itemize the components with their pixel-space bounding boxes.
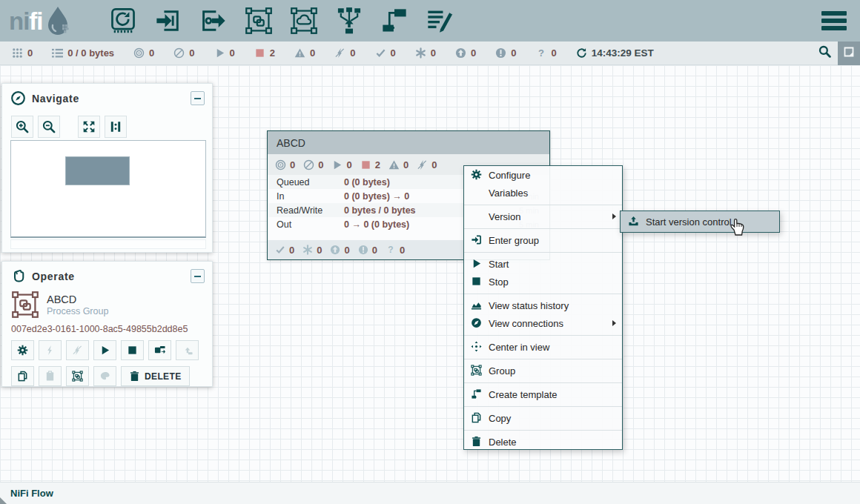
stopped-icon: [360, 159, 371, 170]
operate-selection: ABCD Process Group: [2, 288, 212, 319]
stale-status: 0: [455, 47, 476, 59]
sign-in-icon: [471, 234, 483, 246]
zoom-fit-button[interactable]: [78, 116, 100, 138]
search-button[interactable]: [811, 42, 838, 65]
start-button[interactable]: [93, 340, 116, 360]
menu-item-delete[interactable]: Delete: [464, 433, 622, 451]
not-transmitting-status: 0: [173, 47, 194, 59]
save-flow-version-button[interactable]: [148, 340, 171, 360]
menu-item-view-status-history[interactable]: View status history: [464, 296, 622, 314]
color-button: [93, 366, 116, 386]
menu-separator: [464, 294, 622, 294]
sync-failure-status: ? 0: [535, 47, 556, 59]
collapse-icon[interactable]: [191, 91, 205, 105]
output-port-icon[interactable]: [197, 4, 230, 37]
active-threads-status: 0: [12, 47, 33, 59]
process-group-name[interactable]: ABCD: [268, 131, 549, 154]
gear-icon: [471, 169, 483, 181]
menu-separator: [464, 228, 622, 229]
compass-icon: [471, 317, 483, 329]
selection-name: ABCD: [47, 294, 108, 305]
component-toolbar: [107, 4, 456, 37]
submenu-caret-icon: [612, 320, 616, 326]
copy-button[interactable]: [11, 366, 34, 386]
menu-item-variables[interactable]: Variables: [464, 184, 622, 202]
stopped-icon: [254, 47, 265, 59]
running-icon: [331, 159, 343, 170]
minimap-viewport-rect[interactable]: [65, 156, 130, 185]
menu-separator: [464, 382, 622, 383]
menu-separator: [464, 359, 622, 359]
delete-label: DELETE: [145, 371, 182, 382]
menu-item-enter-group[interactable]: Enter group: [464, 231, 622, 249]
flow-status-bar: 0 0 / 0 bytes 0 0 0 2: [0, 42, 860, 65]
menu-separator: [464, 335, 622, 336]
navigate-buttons: [2, 110, 212, 138]
breadcrumb-root[interactable]: NiFi Flow: [10, 488, 53, 499]
input-port-icon[interactable]: [152, 4, 185, 37]
logo-text-fi: fi: [29, 7, 42, 36]
stop-button[interactable]: [121, 340, 144, 360]
menu-item-center-in-view[interactable]: Center in view: [464, 338, 622, 356]
zoom-in-button[interactable]: [11, 116, 33, 138]
operate-buttons-row-2: DELETE: [2, 360, 212, 386]
template-icon[interactable]: [378, 4, 411, 37]
resize-gripper[interactable]: [0, 497, 7, 504]
refresh-icon[interactable]: [576, 47, 587, 59]
operate-palette: Operate ABCD Process Group 007ed2e3-0161…: [1, 261, 213, 387]
not-transmitting-icon: [173, 47, 185, 59]
paste-button: [39, 366, 62, 386]
operate-header: Operate: [2, 262, 212, 288]
outline-panel-icon: [843, 46, 855, 61]
birdseye-minimap[interactable]: [10, 140, 206, 238]
menu-item-configure[interactable]: Configure: [464, 166, 622, 184]
minimap-footer: [10, 239, 206, 249]
menu-item-view-connections[interactable]: View connections: [464, 314, 622, 332]
menu-item-group[interactable]: Group: [464, 362, 622, 379]
process-group-icon: [11, 291, 39, 319]
menu-item-stop[interactable]: Stop: [464, 273, 622, 291]
birdseye-toggle-button[interactable]: [838, 42, 860, 65]
sync-failure-icon: ?: [386, 245, 396, 255]
menu-item-start[interactable]: Start: [464, 255, 622, 273]
zoom-out-button[interactable]: [38, 116, 60, 138]
locally-modified-icon: [415, 47, 426, 59]
process-group-icon[interactable]: [242, 4, 275, 37]
up-to-date-icon: [375, 47, 386, 59]
stopped-status: 2: [254, 47, 275, 59]
revert-flow-version-button: [176, 340, 199, 360]
flow-status-counters: 0 0 / 0 bytes 0 0 0 2: [0, 47, 654, 59]
trash-icon: [471, 436, 483, 448]
delete-button[interactable]: DELETE: [121, 366, 190, 386]
version-submenu-item-start-version-control[interactable]: Start version control: [620, 210, 780, 233]
up-to-date-icon: [275, 245, 285, 255]
invalid-icon: [388, 159, 400, 170]
status-bar-actions: [811, 42, 860, 65]
search-icon: [818, 45, 831, 61]
last-refreshed-time: 14:43:29 EST: [592, 47, 654, 59]
menu-item-create-template[interactable]: Create template: [464, 385, 622, 403]
funnel-icon[interactable]: [333, 4, 366, 37]
group-button[interactable]: [66, 366, 89, 386]
processor-icon[interactable]: [107, 4, 139, 37]
enable-button: [39, 340, 62, 360]
running-icon: [214, 47, 225, 59]
running-status: 0: [214, 47, 235, 59]
global-menu-icon[interactable]: [821, 11, 847, 30]
disabled-status: 0: [334, 47, 355, 59]
operate-buttons-row-1: [2, 334, 212, 360]
locally-modified-status: 0: [415, 47, 436, 59]
invalid-status: 0: [294, 47, 315, 59]
upload-icon: [628, 216, 641, 228]
configure-button[interactable]: [11, 340, 34, 360]
chart-icon: [471, 299, 483, 311]
queued-icon: [52, 47, 63, 59]
remote-process-group-icon[interactable]: [288, 4, 320, 37]
collapse-icon[interactable]: [191, 269, 205, 283]
label-icon[interactable]: [423, 4, 456, 37]
zoom-actual-size-button[interactable]: [105, 116, 127, 138]
menu-item-copy[interactable]: Copy: [464, 409, 622, 427]
stale-icon: [455, 47, 466, 59]
menu-item-version[interactable]: Version: [464, 208, 622, 225]
stale-icon: [330, 245, 340, 255]
